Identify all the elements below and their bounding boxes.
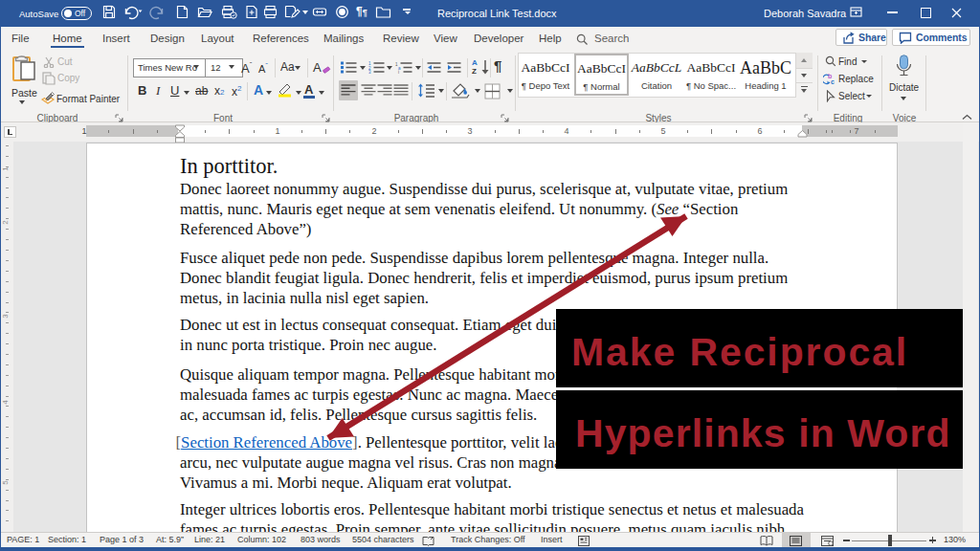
- svg-text:i: i: [398, 70, 399, 74]
- svg-text:c: c: [831, 78, 835, 85]
- svg-text:3: 3: [368, 70, 371, 74]
